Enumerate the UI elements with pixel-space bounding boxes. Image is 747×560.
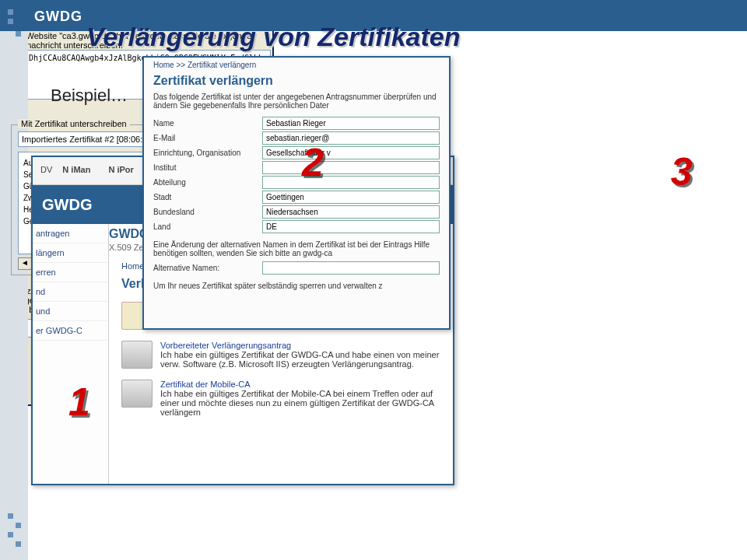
sidebar-item[interactable]: nd	[33, 282, 108, 302]
brand-logo: GWDG	[34, 6, 90, 27]
label-state: Bundesland	[153, 208, 262, 216]
label-email: E-Mail	[153, 134, 262, 142]
input-state[interactable]	[262, 205, 440, 219]
group-legend: Mit Zertifikat unterschreiben	[18, 119, 130, 128]
option-link[interactable]: Vorbereiteter Verlängerungsantrag	[160, 341, 291, 350]
input-city[interactable]	[262, 191, 440, 204]
server-icon	[121, 341, 153, 369]
label-city: Stadt	[153, 193, 262, 201]
option-desc: Ich habe ein gültiges Zertifikat der GWD…	[160, 350, 439, 369]
step-marker-1: 1	[68, 380, 90, 425]
sidebar-item[interactable]: und	[33, 302, 108, 321]
option-desc: Ich habe ein gültiges Zertifikat der Mob…	[160, 389, 434, 417]
input-country[interactable]	[262, 220, 440, 233]
option-link[interactable]: Zertifikat der Mobile-CA	[160, 380, 251, 389]
form-intro: Das folgende Zertifikat ist unter der an…	[144, 89, 449, 116]
label-department: Abteilung	[153, 178, 262, 187]
option-mobile-ca[interactable]: Zertifikat der Mobile-CAIch habe ein gül…	[121, 380, 440, 417]
note-altnames: Eine Änderung der alternativen Namen in …	[144, 234, 449, 261]
form-heading: Zertifikat verlängern	[144, 72, 449, 89]
step-marker-3: 3	[671, 149, 693, 194]
slide: GWDG Verlängerung von Zertifikaten Beisp…	[0, 0, 747, 560]
toolbar-item-iman[interactable]: N iMan	[62, 165, 98, 174]
input-email[interactable]	[262, 131, 440, 145]
example-label: Beispiel…	[51, 86, 128, 106]
label-org: Einrichtung, Organisation	[153, 149, 262, 157]
input-department[interactable]	[262, 176, 440, 189]
option-prepared-request[interactable]: Vorbereiteter VerlängerungsantragIch hab…	[121, 341, 440, 369]
scroll-left-icon[interactable]: ◄	[18, 257, 32, 270]
laptop-icon	[121, 380, 153, 408]
input-institute[interactable]	[262, 161, 440, 174]
slide-title: Verlängerung von Zertifikaten	[86, 22, 461, 52]
step-marker-2: 2	[302, 140, 324, 185]
sidebar-item[interactable]: antragen	[33, 224, 108, 243]
breadcrumb[interactable]: Home >> Zertifikat verlängern	[144, 58, 449, 72]
sidebar-item[interactable]: er GWDG-C	[33, 321, 108, 341]
toolbar-item-dv[interactable]: DV	[40, 165, 52, 174]
label-altnames: Alternative Namen:	[153, 264, 262, 272]
input-org[interactable]	[262, 146, 440, 159]
browser-window-form: Home >> Zertifikat verlängern Zertifikat…	[142, 56, 451, 330]
label-name: Name	[153, 119, 262, 128]
left-accent-bar	[0, 0, 28, 560]
label-institute: Institut	[153, 163, 262, 172]
sidebar-item[interactable]: längern	[33, 243, 108, 263]
toolbar-item-ipor[interactable]: N iPor	[108, 165, 141, 174]
input-altnames[interactable]	[262, 261, 440, 275]
input-name[interactable]	[262, 117, 440, 130]
label-country: Land	[153, 222, 262, 231]
note-revoke: Um Ihr neues Zertifikat später selbständ…	[144, 275, 449, 293]
sidebar-item[interactable]: erren	[33, 263, 108, 282]
site-sidebar: antragen längern erren nd und er GWDG-C	[33, 224, 109, 484]
